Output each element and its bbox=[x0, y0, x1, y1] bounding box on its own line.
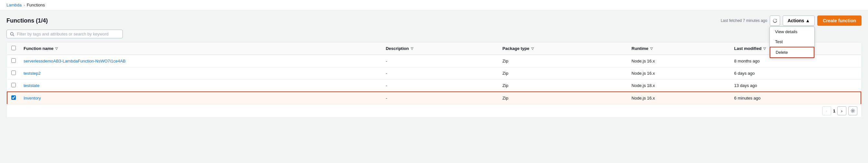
row-description: - bbox=[382, 67, 499, 80]
row-function-name: teststate bbox=[20, 80, 382, 92]
function-name-link[interactable]: Inventory bbox=[24, 96, 41, 100]
functions-table: Function name ▽ Description ▽ Package ty… bbox=[7, 43, 861, 104]
actions-button[interactable]: Actions ▲ bbox=[783, 15, 815, 26]
dropdown-item-delete[interactable]: Delete bbox=[770, 47, 814, 58]
page-title: Functions (1/4) bbox=[6, 17, 48, 24]
sort-icon-pkg: ▽ bbox=[531, 47, 534, 50]
search-wrapper bbox=[6, 30, 123, 38]
breadcrumb-lambda-link[interactable]: Lambda bbox=[6, 3, 22, 7]
row-checkbox[interactable] bbox=[11, 83, 16, 87]
row-checkbox-cell bbox=[7, 92, 20, 104]
svg-point-2 bbox=[852, 110, 854, 112]
col-header-description: Description ▽ bbox=[382, 43, 499, 55]
row-runtime: Node.js 16.x bbox=[627, 55, 730, 67]
functions-table-container: Function name ▽ Description ▽ Package ty… bbox=[6, 42, 862, 118]
row-checkbox[interactable] bbox=[11, 95, 16, 100]
svg-line-1 bbox=[13, 35, 14, 36]
sort-icon-desc: ▽ bbox=[411, 47, 413, 50]
prev-page-button[interactable]: ‹ bbox=[822, 106, 831, 115]
table-header-row: Function name ▽ Description ▽ Package ty… bbox=[7, 43, 861, 55]
breadcrumb: Lambda › Functions bbox=[0, 0, 868, 10]
search-icon bbox=[10, 32, 14, 36]
row-description: - bbox=[382, 92, 499, 104]
header-actions: Last fetched 7 minutes ago Actions ▲ Vie… bbox=[721, 15, 862, 26]
actions-container: Actions ▲ View details Test Delete bbox=[783, 15, 815, 26]
row-checkbox[interactable] bbox=[11, 58, 16, 63]
row-last-modified: 6 minutes ago bbox=[730, 92, 861, 104]
sort-icon-modified: ▽ bbox=[763, 47, 766, 50]
header-checkbox-cell bbox=[7, 43, 20, 55]
next-page-button[interactable]: › bbox=[837, 106, 846, 115]
col-header-package-type: Package type ▽ bbox=[499, 43, 627, 55]
function-name-link[interactable]: teststep2 bbox=[24, 71, 41, 76]
col-header-function-name: Function name ▽ bbox=[20, 43, 382, 55]
page-number: 1 bbox=[833, 109, 835, 113]
row-checkbox-cell bbox=[7, 67, 20, 80]
row-runtime: Node.js 16.x bbox=[627, 92, 730, 104]
page-header: Functions (1/4) Last fetched 7 minutes a… bbox=[6, 15, 862, 26]
row-last-modified: 6 days ago bbox=[730, 67, 861, 80]
table-row: teststate-ZipNode.js 18.x13 days ago bbox=[7, 80, 861, 92]
search-bar bbox=[6, 30, 862, 38]
row-function-name: serverlessdemoAB3-LambdaFunction-NsWO7i1… bbox=[20, 55, 382, 67]
col-header-runtime: Runtime ▽ bbox=[627, 43, 730, 55]
pagination-row: ‹ 1 › bbox=[7, 104, 861, 117]
row-last-modified: 13 days ago bbox=[730, 80, 861, 92]
search-input[interactable] bbox=[17, 32, 119, 36]
row-function-name: Inventory bbox=[20, 92, 382, 104]
refresh-icon bbox=[773, 18, 777, 23]
table-row: serverlessdemoAB3-LambdaFunction-NsWO7i1… bbox=[7, 55, 861, 67]
row-package-type: Zip bbox=[499, 92, 627, 104]
row-checkbox-cell bbox=[7, 80, 20, 92]
row-package-type: Zip bbox=[499, 67, 627, 80]
function-name-link[interactable]: serverlessdemoAB3-LambdaFunction-NsWO7i1… bbox=[24, 58, 126, 64]
table-row: teststep2-ZipNode.js 16.x6 days ago bbox=[7, 67, 861, 80]
main-content: Functions (1/4) Last fetched 7 minutes a… bbox=[0, 10, 868, 123]
row-checkbox-cell bbox=[7, 55, 20, 67]
row-function-name: teststep2 bbox=[20, 67, 382, 80]
breadcrumb-separator: › bbox=[24, 3, 25, 7]
select-all-checkbox[interactable] bbox=[11, 46, 16, 50]
create-function-button[interactable]: Create function bbox=[817, 15, 862, 26]
table-settings-button[interactable] bbox=[848, 106, 857, 115]
refresh-button[interactable] bbox=[770, 15, 780, 26]
row-description: - bbox=[382, 55, 499, 67]
row-package-type: Zip bbox=[499, 55, 627, 67]
sort-icon-runtime: ▽ bbox=[650, 47, 653, 50]
table-body: serverlessdemoAB3-LambdaFunction-NsWO7i1… bbox=[7, 55, 861, 104]
actions-dropdown-menu: View details Test Delete bbox=[769, 27, 815, 58]
dropdown-item-view-details[interactable]: View details bbox=[770, 27, 814, 37]
row-checkbox[interactable] bbox=[11, 71, 16, 75]
sort-icon-name: ▽ bbox=[55, 47, 58, 50]
gear-icon bbox=[850, 109, 855, 113]
function-name-link[interactable]: teststate bbox=[24, 83, 39, 88]
row-description: - bbox=[382, 80, 499, 92]
breadcrumb-current: Functions bbox=[27, 3, 45, 7]
row-runtime: Node.js 18.x bbox=[627, 80, 730, 92]
row-runtime: Node.js 16.x bbox=[627, 67, 730, 80]
row-package-type: Zip bbox=[499, 80, 627, 92]
last-fetched-text: Last fetched 7 minutes ago bbox=[721, 18, 767, 23]
table-row: Inventory-ZipNode.js 16.x6 minutes ago bbox=[7, 92, 861, 104]
dropdown-item-test[interactable]: Test bbox=[770, 37, 814, 47]
